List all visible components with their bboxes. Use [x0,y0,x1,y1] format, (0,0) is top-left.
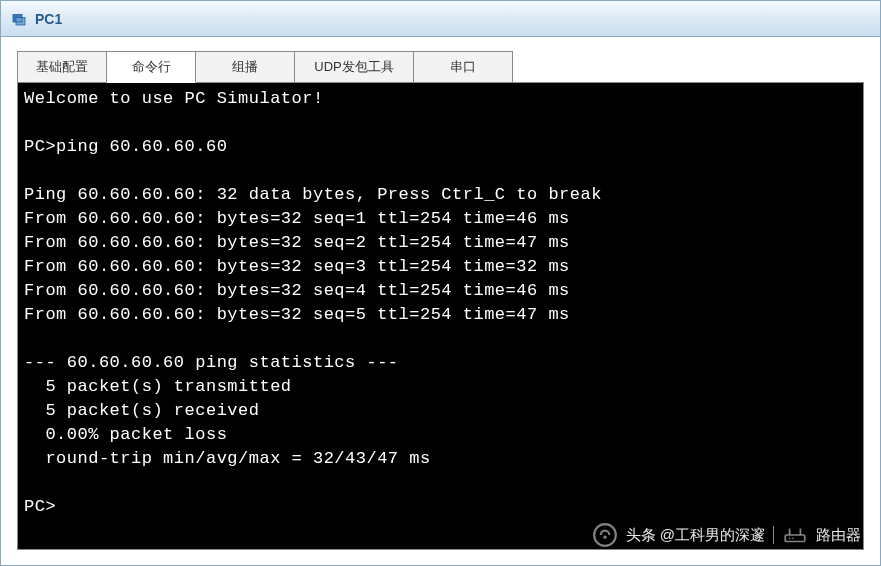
terminal-line: Welcome to use PC Simulator! [24,89,324,108]
terminal-line: From 60.60.60.60: bytes=32 seq=2 ttl=254… [24,233,570,252]
app-window: PC1 基础配置 命令行 组播 UDP发包工具 串口 Welcome to us… [0,0,881,566]
tab-basic-config[interactable]: 基础配置 [17,51,107,83]
terminal-line: From 60.60.60.60: bytes=32 seq=5 ttl=254… [24,305,570,324]
tab-command-line[interactable]: 命令行 [106,51,196,83]
terminal-line: 0.00% packet loss [24,425,227,444]
app-icon [9,9,29,29]
terminal-line: From 60.60.60.60: bytes=32 seq=4 ttl=254… [24,281,570,300]
terminal-prompt: PC> [24,497,56,516]
tab-bar: 基础配置 命令行 组播 UDP发包工具 串口 [17,51,864,83]
terminal-line: From 60.60.60.60: bytes=32 seq=3 ttl=254… [24,257,570,276]
tab-multicast[interactable]: 组播 [195,51,295,83]
window-title: PC1 [35,11,62,27]
terminal[interactable]: Welcome to use PC Simulator! PC>ping 60.… [17,82,864,550]
terminal-line: Ping 60.60.60.60: 32 data bytes, Press C… [24,185,602,204]
tab-serial[interactable]: 串口 [413,51,513,83]
terminal-line: PC>ping 60.60.60.60 [24,137,227,156]
terminal-line: 5 packet(s) received [24,401,259,420]
terminal-line: round-trip min/avg/max = 32/43/47 ms [24,449,431,468]
content-area: 基础配置 命令行 组播 UDP发包工具 串口 Welcome to use PC… [1,37,880,565]
terminal-line: 5 packet(s) transmitted [24,377,292,396]
tab-udp-sender[interactable]: UDP发包工具 [294,51,414,83]
terminal-line: --- 60.60.60.60 ping statistics --- [24,353,399,372]
titlebar[interactable]: PC1 [1,1,880,37]
terminal-line: From 60.60.60.60: bytes=32 seq=1 ttl=254… [24,209,570,228]
